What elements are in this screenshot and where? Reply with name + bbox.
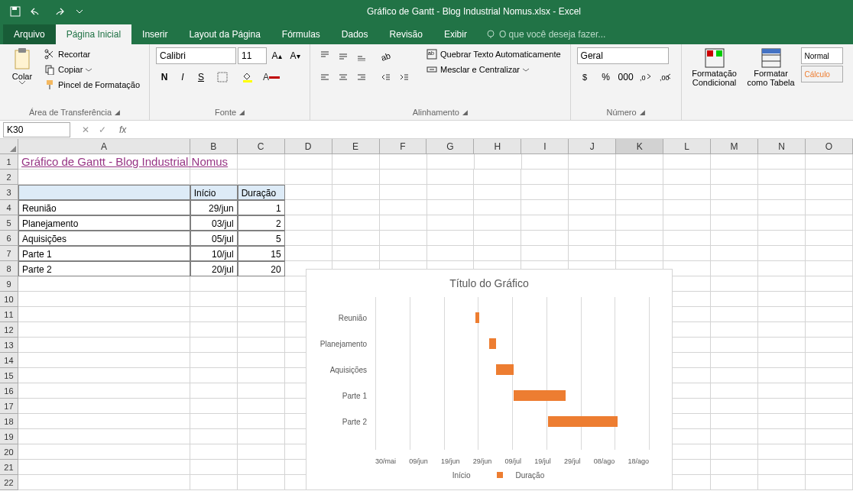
cell[interactable]: 1 xyxy=(238,200,285,215)
dialog-launcher-icon[interactable]: ◢ xyxy=(239,108,245,116)
cell[interactable] xyxy=(806,399,853,414)
cell[interactable]: Parte 1 xyxy=(18,246,190,261)
cell[interactable]: Gráfico de Gantt - Blog Industrial Nomus xyxy=(18,154,190,170)
comma-button[interactable]: 000 xyxy=(617,69,635,86)
cell[interactable] xyxy=(711,261,758,276)
cell[interactable] xyxy=(806,353,853,368)
row-header[interactable]: 3 xyxy=(0,185,18,200)
cell[interactable] xyxy=(332,246,380,261)
cell[interactable] xyxy=(380,231,427,246)
col-header[interactable]: H xyxy=(474,139,521,154)
cell[interactable] xyxy=(18,170,190,185)
fill-color-button[interactable] xyxy=(235,69,258,86)
cell[interactable] xyxy=(758,429,806,444)
cell[interactable] xyxy=(474,215,521,231)
cell[interactable] xyxy=(190,307,238,322)
row-header[interactable]: 14 xyxy=(0,353,18,368)
cell-styles-gallery[interactable]: Normal Cálculo xyxy=(801,47,843,82)
cell[interactable] xyxy=(18,353,190,368)
cell[interactable] xyxy=(711,170,758,185)
cell[interactable] xyxy=(190,475,238,490)
cell[interactable]: 29/jun xyxy=(190,200,238,215)
cell[interactable] xyxy=(663,231,711,246)
cell[interactable] xyxy=(380,215,427,231)
cell[interactable] xyxy=(238,460,285,475)
cell[interactable] xyxy=(806,429,853,444)
gantt-chart[interactable]: Título do Gráfico Reunião Planejamento A… xyxy=(306,269,673,490)
cell[interactable] xyxy=(758,460,806,475)
cell[interactable] xyxy=(18,338,190,353)
row-header[interactable]: 17 xyxy=(0,399,18,414)
accounting-format-button[interactable]: $ xyxy=(577,69,595,86)
cell[interactable]: Reunião xyxy=(18,200,190,215)
cell[interactable] xyxy=(285,185,332,200)
col-header[interactable]: C xyxy=(238,139,285,154)
cell[interactable] xyxy=(758,215,806,231)
cell[interactable] xyxy=(521,170,569,185)
cell[interactable] xyxy=(238,353,285,368)
cell[interactable] xyxy=(238,276,285,292)
cell[interactable] xyxy=(238,292,285,307)
cell[interactable] xyxy=(238,307,285,322)
cell[interactable] xyxy=(663,246,711,261)
style-normal[interactable]: Normal xyxy=(801,47,843,64)
name-box[interactable] xyxy=(3,122,70,137)
cell[interactable] xyxy=(711,276,758,292)
dialog-launcher-icon[interactable]: ◢ xyxy=(115,108,120,116)
cell[interactable] xyxy=(332,170,380,185)
cell[interactable] xyxy=(521,246,569,261)
cell[interactable] xyxy=(806,276,853,292)
cell[interactable] xyxy=(758,292,806,307)
row-header[interactable]: 4 xyxy=(0,200,18,215)
cell[interactable] xyxy=(806,475,853,490)
cut-button[interactable]: Recortar xyxy=(41,47,143,61)
merge-center-button[interactable]: Mesclar e Centralizar xyxy=(423,63,564,76)
col-header[interactable]: D xyxy=(285,139,332,154)
row-header[interactable]: 8 xyxy=(0,261,18,276)
tell-me-search[interactable]: O que você deseja fazer... xyxy=(485,29,605,44)
cell[interactable] xyxy=(806,322,853,338)
cell[interactable] xyxy=(711,200,758,215)
cell[interactable] xyxy=(758,399,806,414)
cell[interactable] xyxy=(474,200,521,215)
cell[interactable] xyxy=(711,292,758,307)
cell[interactable] xyxy=(332,185,380,200)
cell[interactable] xyxy=(427,231,475,246)
cell[interactable] xyxy=(238,338,285,353)
cell[interactable] xyxy=(18,460,190,475)
align-right-button[interactable] xyxy=(353,69,370,86)
row-header[interactable]: 15 xyxy=(0,368,18,383)
cell[interactable] xyxy=(238,368,285,383)
style-calc[interactable]: Cálculo xyxy=(801,66,843,82)
cell[interactable] xyxy=(663,154,711,170)
align-center-button[interactable] xyxy=(335,69,352,86)
fx-icon[interactable]: fx xyxy=(115,124,131,135)
increase-indent-button[interactable] xyxy=(396,69,413,86)
cell[interactable] xyxy=(569,215,616,231)
cell[interactable] xyxy=(238,170,285,185)
cell[interactable] xyxy=(190,322,238,338)
tab-file[interactable]: Arquivo xyxy=(3,24,56,44)
cell[interactable] xyxy=(285,246,332,261)
cell[interactable] xyxy=(711,215,758,231)
cell[interactable] xyxy=(806,215,853,231)
row-header[interactable]: 7 xyxy=(0,246,18,261)
cell[interactable] xyxy=(758,185,806,200)
cell[interactable] xyxy=(285,170,332,185)
cell[interactable] xyxy=(758,200,806,215)
cell[interactable]: 03/jul xyxy=(190,215,238,231)
row-header[interactable]: 10 xyxy=(0,292,18,307)
cell[interactable] xyxy=(711,429,758,444)
cell[interactable] xyxy=(711,368,758,383)
italic-button[interactable]: I xyxy=(174,69,191,86)
cell[interactable] xyxy=(806,444,853,460)
font-color-button[interactable]: A xyxy=(260,69,283,86)
cell[interactable] xyxy=(238,475,285,490)
cell[interactable] xyxy=(190,383,238,399)
cell[interactable] xyxy=(758,231,806,246)
cell[interactable] xyxy=(616,231,663,246)
cell[interactable] xyxy=(190,414,238,429)
cell[interactable] xyxy=(427,246,475,261)
cell[interactable] xyxy=(238,429,285,444)
cell[interactable] xyxy=(190,399,238,414)
